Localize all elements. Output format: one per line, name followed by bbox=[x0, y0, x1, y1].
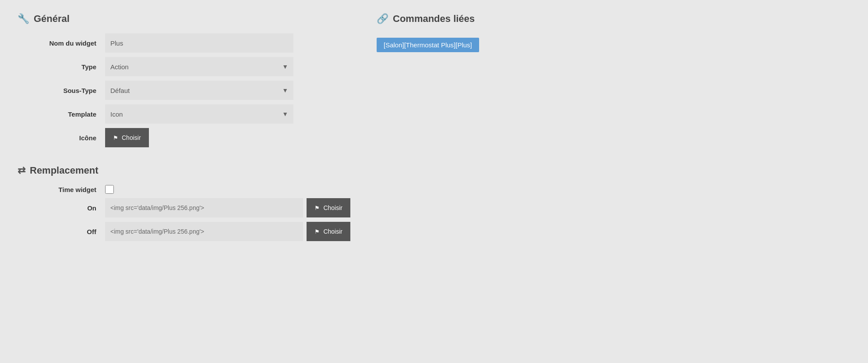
on-choisir-label: Choisir bbox=[323, 204, 342, 211]
general-title: Général bbox=[34, 13, 70, 25]
remplacement-section: ⇄ Remplacement Time widget On ⚑ Choisir bbox=[18, 165, 350, 241]
commandes-tag[interactable]: [Salon][Thermostat Plus][Plus] bbox=[377, 38, 479, 52]
sous-type-label: Sous-Type bbox=[18, 87, 105, 94]
template-select[interactable]: Icon Texte bbox=[105, 104, 293, 124]
type-label: Type bbox=[18, 63, 105, 71]
on-label: On bbox=[18, 204, 105, 212]
general-section: 🔧 Général Nom du widget Type Action Info… bbox=[18, 13, 350, 147]
type-select-wrapper: Action Info Scénario ▼ bbox=[105, 57, 293, 76]
commandes-section: 🔗 Commandes liées [Salon][Thermostat Plu… bbox=[377, 13, 850, 52]
right-panel: 🔗 Commandes liées [Salon][Thermostat Plu… bbox=[350, 13, 850, 246]
nom-widget-label: Nom du widget bbox=[18, 39, 105, 47]
off-input[interactable] bbox=[105, 222, 303, 241]
icone-row: Icône ⚑ Choisir bbox=[18, 128, 350, 147]
off-choisir-label: Choisir bbox=[323, 228, 342, 235]
template-row: Template Icon Texte ▼ bbox=[18, 104, 350, 124]
on-input[interactable] bbox=[105, 198, 303, 217]
on-row: On ⚑ Choisir bbox=[18, 198, 350, 217]
off-choisir-button[interactable]: ⚑ Choisir bbox=[307, 222, 350, 241]
icone-choisir-button[interactable]: ⚑ Choisir bbox=[105, 128, 149, 147]
remplacement-header: ⇄ Remplacement bbox=[18, 165, 350, 176]
sous-type-row: Sous-Type Défaut Autre ▼ bbox=[18, 81, 350, 100]
on-choisir-button[interactable]: ⚑ Choisir bbox=[307, 198, 350, 217]
off-row: Off ⚑ Choisir bbox=[18, 222, 350, 241]
time-widget-checkbox-wrapper bbox=[105, 185, 114, 194]
type-select[interactable]: Action Info Scénario bbox=[105, 57, 293, 76]
off-flag-icon: ⚑ bbox=[314, 228, 320, 235]
replace-icon: ⇄ bbox=[18, 165, 25, 176]
on-flag-icon: ⚑ bbox=[314, 205, 320, 211]
link-icon: 🔗 bbox=[377, 13, 388, 25]
general-header: 🔧 Général bbox=[18, 13, 350, 25]
time-widget-label: Time widget bbox=[18, 186, 105, 193]
off-label: Off bbox=[18, 228, 105, 235]
nom-widget-input[interactable] bbox=[105, 33, 293, 53]
commandes-header: 🔗 Commandes liées bbox=[377, 13, 850, 25]
icone-choisir-label: Choisir bbox=[122, 134, 141, 141]
commandes-title: Commandes liées bbox=[393, 13, 475, 25]
time-widget-row: Time widget bbox=[18, 185, 350, 194]
sous-type-select-wrapper: Défaut Autre ▼ bbox=[105, 81, 293, 100]
icone-label: Icône bbox=[18, 134, 105, 142]
remplacement-title: Remplacement bbox=[30, 165, 99, 176]
template-select-wrapper: Icon Texte ▼ bbox=[105, 104, 293, 124]
time-widget-checkbox[interactable] bbox=[105, 185, 114, 194]
flag-icon: ⚑ bbox=[113, 135, 118, 141]
nom-widget-row: Nom du widget bbox=[18, 33, 350, 53]
template-label: Template bbox=[18, 110, 105, 118]
type-row: Type Action Info Scénario ▼ bbox=[18, 57, 350, 76]
sous-type-select[interactable]: Défaut Autre bbox=[105, 81, 293, 100]
wrench-icon: 🔧 bbox=[18, 13, 29, 25]
